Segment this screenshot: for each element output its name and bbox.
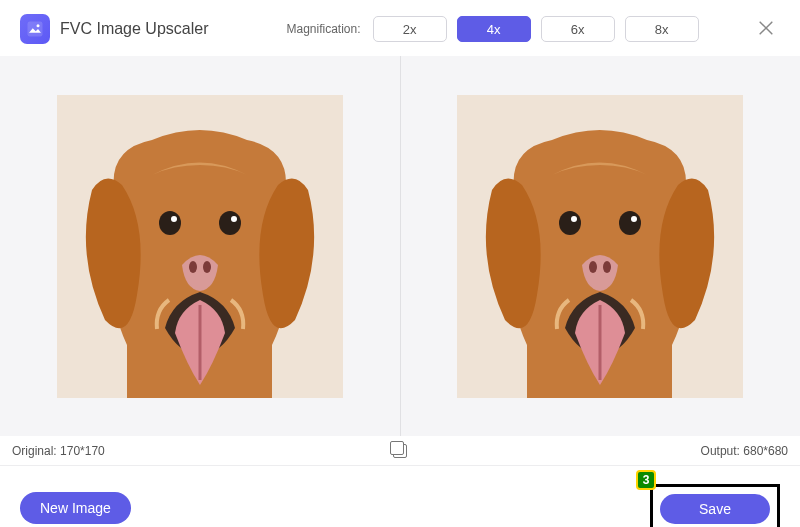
output-panel: [401, 56, 801, 436]
output-label: Output:: [701, 444, 740, 458]
original-label: Original:: [12, 444, 57, 458]
save-button[interactable]: Save: [660, 494, 770, 524]
svg-point-6: [231, 216, 237, 222]
original-size: Original: 170*170: [12, 444, 385, 458]
svg-point-1: [37, 24, 40, 27]
svg-point-13: [631, 216, 637, 222]
magnification-group: 2x 4x 6x 8x: [373, 16, 699, 42]
original-image: [57, 95, 343, 398]
magnification-label: Magnification:: [287, 22, 361, 36]
output-image: [457, 95, 743, 398]
output-size: Output: 680*680: [415, 444, 788, 458]
compare-button[interactable]: [385, 444, 415, 458]
info-bar: Original: 170*170 Output: 680*680: [0, 436, 800, 466]
svg-point-7: [189, 261, 197, 273]
header: FVC Image Upscaler Magnification: 2x 4x …: [0, 0, 800, 56]
save-annotation-wrap: 3 Save: [650, 484, 780, 527]
close-button[interactable]: [752, 14, 780, 42]
magnification-6x[interactable]: 6x: [541, 16, 615, 42]
magnification-4x[interactable]: 4x: [457, 16, 531, 42]
original-panel: [0, 56, 401, 436]
magnification-8x[interactable]: 8x: [625, 16, 699, 42]
svg-point-3: [159, 211, 181, 235]
original-value: 170*170: [60, 444, 105, 458]
svg-point-15: [603, 261, 611, 273]
compare-icon: [393, 444, 407, 458]
svg-point-8: [203, 261, 211, 273]
output-value: 680*680: [743, 444, 788, 458]
svg-point-14: [589, 261, 597, 273]
svg-point-10: [559, 211, 581, 235]
svg-point-11: [571, 216, 577, 222]
preview-area: [0, 56, 800, 436]
bottom-bar: New Image 3 Save: [0, 466, 800, 527]
svg-point-5: [219, 211, 241, 235]
svg-point-4: [171, 216, 177, 222]
app-logo-icon: [20, 14, 50, 44]
save-annotation-box: Save: [650, 484, 780, 527]
app-title: FVC Image Upscaler: [60, 20, 209, 38]
annotation-step-badge: 3: [636, 470, 656, 490]
magnification-2x[interactable]: 2x: [373, 16, 447, 42]
svg-point-12: [619, 211, 641, 235]
new-image-button[interactable]: New Image: [20, 492, 131, 524]
close-icon: [756, 18, 776, 38]
svg-rect-0: [28, 22, 43, 37]
